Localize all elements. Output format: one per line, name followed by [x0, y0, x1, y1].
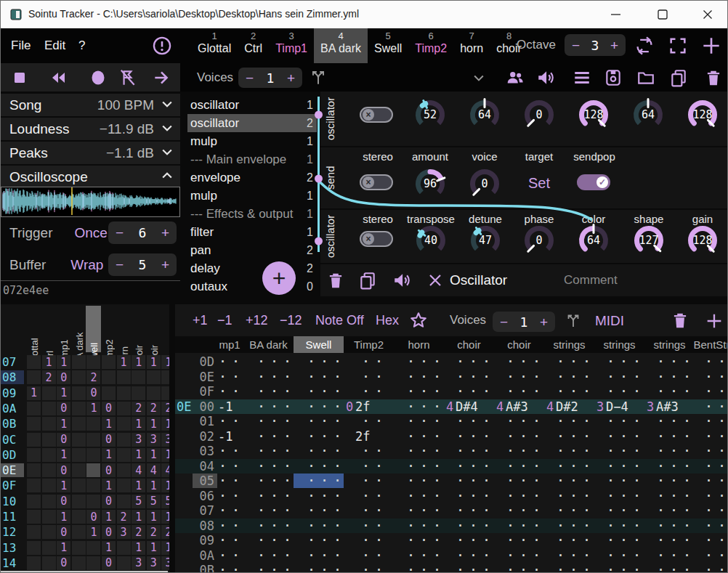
order-cell[interactable] [147, 370, 161, 384]
order-cell[interactable] [117, 495, 131, 508]
pattern-cell[interactable]: ··· [394, 370, 447, 384]
order-cell[interactable]: 1 [161, 355, 169, 369]
pattern-cell[interactable]: ··· [544, 548, 596, 563]
delete-unit-icon[interactable] [326, 271, 345, 293]
order-cell[interactable]: 0 [57, 525, 70, 539]
order-cell[interactable] [72, 386, 86, 400]
pattern-cell[interactable]: 3D−4 [594, 399, 628, 414]
order-cell[interactable]: 0 [57, 463, 70, 477]
pattern-cell[interactable]: ··· [644, 474, 697, 488]
pattern-cell[interactable]: ··· [394, 414, 447, 428]
order-cell[interactable]: 2 [147, 402, 161, 415]
pattern-cell[interactable]: ··· [294, 459, 347, 474]
pattern-cell[interactable]: ··· [444, 519, 496, 533]
order-cell[interactable]: 2 [86, 370, 100, 384]
knob-value-128[interactable]: 128 [576, 98, 611, 134]
order-cell[interactable] [72, 495, 86, 508]
order-cell[interactable] [27, 525, 41, 539]
order-cell[interactable]: 3 [147, 556, 161, 570]
pattern-cell[interactable]: ··· [695, 429, 728, 444]
order-cell[interactable] [72, 479, 86, 492]
pattern-button-+1[interactable]: +1 [193, 313, 208, 328]
pattern-cell[interactable]: ··· [644, 489, 697, 503]
order-cell[interactable] [72, 402, 86, 415]
order-cell[interactable] [42, 525, 56, 539]
pattern-cell[interactable]: ··· [494, 489, 546, 503]
order-cell[interactable]: 1 [161, 417, 169, 431]
order-cell[interactable]: 1 [102, 448, 116, 462]
buffer-minus-button[interactable]: − [116, 258, 124, 272]
order-cell[interactable]: 1 [86, 402, 100, 415]
pattern-cell[interactable]: ··· [294, 384, 347, 399]
pattern-cell[interactable]: ··· [544, 414, 596, 428]
pattern-cell[interactable]: ··· [494, 429, 546, 444]
order-cell[interactable]: 1 [57, 479, 70, 492]
order-cell[interactable] [86, 355, 100, 369]
pattern-cell[interactable]: ··· [444, 533, 496, 548]
order-cell[interactable] [27, 495, 41, 508]
order-cell[interactable]: 2 [132, 402, 145, 415]
knob-value-128[interactable]: 128 [685, 98, 720, 134]
pattern-cell[interactable]: ··· [243, 370, 297, 384]
delete-trash-icon[interactable] [704, 68, 723, 90]
pattern-cell[interactable]: ·· [216, 503, 246, 518]
order-cell[interactable] [117, 463, 131, 477]
pattern-cell[interactable]: ··· [644, 459, 697, 474]
knob-gain[interactable]: 128 [685, 224, 720, 260]
pattern-cell[interactable]: ··· [444, 429, 496, 444]
pattern-cell[interactable]: ··· [394, 563, 447, 573]
order-cell[interactable]: 0 [102, 402, 116, 415]
pattern-cell[interactable]: -1 [216, 399, 232, 414]
order-cell[interactable]: 2 [42, 370, 56, 384]
play-arrow-button[interactable] [152, 68, 171, 90]
pattern-cell[interactable]: ··· [243, 489, 297, 503]
pattern-cell[interactable]: ··· [644, 414, 697, 428]
pattern-cell[interactable]: ·· [344, 533, 389, 548]
pattern-cell[interactable]: ··· [394, 384, 447, 399]
copy-icon[interactable] [669, 68, 688, 90]
pattern-cell[interactable]: ·· [216, 414, 246, 428]
pattern-cell[interactable]: ··· [294, 444, 347, 458]
record-button[interactable] [89, 69, 107, 89]
pattern-cell[interactable]: ··· [544, 384, 596, 399]
pattern-cell[interactable]: ··· [544, 444, 596, 458]
pattern-cell[interactable]: ··· [594, 384, 647, 399]
order-cell[interactable]: 2 [147, 525, 161, 539]
unit-list-item-mulp[interactable]: mulp1 [187, 187, 317, 205]
pattern-cell[interactable]: ··· [644, 519, 697, 533]
order-cell[interactable]: 1 [57, 417, 70, 431]
pattern-column-header-BA dark[interactable]: BA dark [249, 338, 288, 351]
pattern-cell[interactable]: ··· [594, 474, 647, 488]
pattern-cell[interactable]: ··· [294, 474, 347, 488]
order-cell[interactable]: 1 [147, 417, 161, 431]
order-cell[interactable] [42, 510, 56, 524]
pattern-cell[interactable]: ··· [544, 563, 596, 573]
order-cell[interactable] [72, 510, 86, 524]
pattern-cell[interactable]: ··· [594, 489, 647, 503]
order-cell[interactable] [72, 355, 86, 369]
pattern-column-header-choir[interactable]: choir [507, 338, 531, 351]
pattern-cell[interactable]: ·· [216, 563, 246, 573]
unit-list-item-outaux[interactable]: outaux0 [187, 277, 317, 296]
pattern-cell[interactable]: ··· [494, 519, 546, 533]
order-cell[interactable]: 3 [161, 433, 169, 447]
stop-button[interactable] [11, 69, 28, 89]
order-cell[interactable]: 2 [117, 510, 131, 524]
order-cell[interactable]: 3 [132, 433, 145, 447]
order-cell[interactable]: 0 [57, 433, 70, 447]
pattern-cell[interactable]: ··· [594, 370, 647, 384]
pattern-cell[interactable]: ··· [695, 354, 728, 369]
order-cell[interactable] [27, 433, 41, 447]
toggle-off[interactable]: × [360, 231, 393, 247]
pattern-cell[interactable]: ··· [594, 533, 647, 548]
pattern-cell[interactable]: ··· [243, 414, 297, 428]
order-cell[interactable]: 1 [147, 541, 161, 555]
order-cell[interactable]: 1 [132, 417, 145, 431]
pattern-cell[interactable]: ··· [695, 414, 728, 428]
order-cell[interactable] [42, 448, 56, 462]
rewind-button[interactable] [49, 69, 68, 89]
unit-list-item-oscillator[interactable]: oscillator1 [187, 96, 317, 114]
pattern-cell[interactable]: ··· [544, 459, 596, 474]
pattern-column-header-choir[interactable]: choir [457, 338, 481, 351]
track-tab-Glottal[interactable]: 1Glottal [191, 28, 238, 63]
